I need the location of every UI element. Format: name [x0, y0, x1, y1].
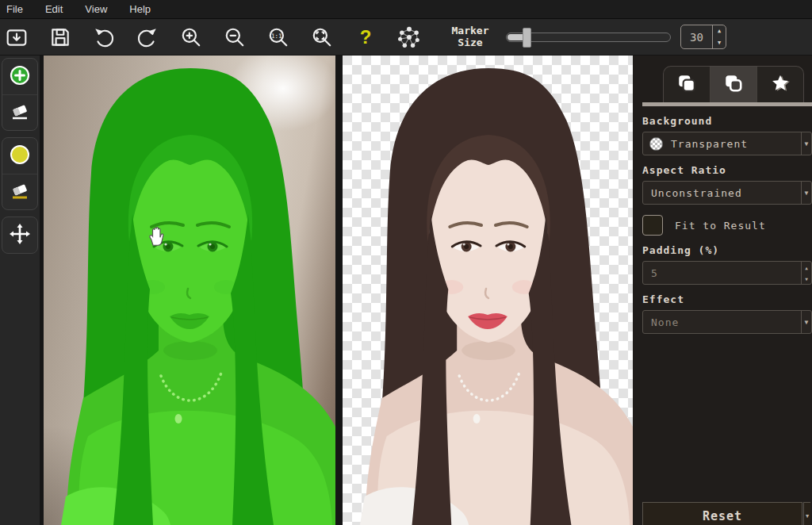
padding-spinner: ▲ ▼ [642, 261, 812, 285]
foreground-marker-tool[interactable] [2, 59, 37, 94]
pan-tool-group [2, 217, 38, 254]
erase-background-marker-tool[interactable] [2, 174, 37, 209]
chevron-down-icon: ▼ [801, 132, 811, 155]
eraser-white-icon [9, 101, 31, 125]
layers-outline-icon [723, 73, 744, 96]
svg-text:1:1: 1:1 [271, 32, 282, 39]
toolbar: 1:1 ? Marker Size [0, 19, 812, 56]
menubar: File Edit View Help [0, 0, 812, 19]
save-button[interactable] [45, 21, 75, 53]
background-marker-tool[interactable] [2, 138, 37, 174]
green-plus-circle-icon [9, 64, 31, 89]
background-dropdown[interactable]: Transparent ▼ [642, 132, 812, 155]
panel-tabbar [663, 66, 804, 102]
zoom-in-icon [180, 26, 202, 48]
open-file-button[interactable] [2, 21, 32, 53]
transparent-checker-swatch-icon [649, 137, 663, 151]
move-arrows-icon [9, 223, 31, 247]
spinner-arrows: ▲ ▼ [712, 25, 726, 48]
cutout-subject [343, 56, 633, 525]
app-window: File Edit View Help 1:1 ? [0, 0, 812, 525]
model-button[interactable] [394, 21, 424, 53]
save-icon [49, 26, 71, 48]
padding-input[interactable] [643, 262, 801, 284]
effect-label: Effect [642, 293, 812, 305]
panel-divider [642, 102, 812, 106]
open-hand-cursor [147, 226, 166, 247]
menu-view[interactable]: View [85, 3, 107, 15]
zoom-in-button[interactable] [176, 21, 206, 53]
tab-favorites[interactable] [756, 67, 803, 102]
zoom-actual-size-button[interactable]: 1:1 [263, 21, 293, 53]
marker-size-spinner: ▲ ▼ [680, 25, 726, 49]
zoom-fit-button[interactable] [307, 21, 337, 53]
star-icon [770, 73, 791, 96]
fit-to-result-label: Fit to Result [675, 220, 766, 232]
reset-button[interactable]: Reset [642, 502, 802, 525]
mask-editor-image[interactable] [44, 56, 335, 525]
undo-icon [93, 26, 115, 48]
fit-to-result-checkbox[interactable] [642, 215, 663, 236]
green-masked-subject [44, 56, 335, 525]
result-image[interactable] [343, 56, 633, 525]
background-label: Background [642, 115, 812, 127]
foreground-tool-group [2, 58, 38, 131]
spin-up-icon[interactable]: ▲ [802, 262, 811, 273]
open-file-icon [6, 26, 28, 48]
spin-up-icon[interactable]: ▲ [713, 25, 726, 37]
redo-button[interactable] [132, 21, 163, 53]
neural-network-icon [396, 25, 422, 50]
aspect-ratio-value: Unconstrained [643, 187, 801, 199]
menu-file[interactable]: File [6, 3, 23, 15]
help-button[interactable]: ? [350, 21, 381, 53]
fit-to-result-row: Fit to Result [642, 215, 812, 236]
background-tool-group [2, 137, 38, 210]
image-canvas [40, 56, 633, 525]
aspect-ratio-label: Aspect Ratio [642, 164, 812, 176]
reset-dropdown-arrow[interactable]: ▼ [803, 502, 810, 525]
chevron-down-icon: ▼ [801, 182, 811, 204]
zoom-out-icon [224, 26, 246, 48]
menu-help[interactable]: Help [129, 3, 151, 15]
effect-value: None [643, 316, 801, 328]
chevron-down-icon: ▼ [801, 311, 811, 333]
marker-size-label: Marker Size [442, 25, 498, 49]
tab-layers-outline[interactable] [710, 67, 756, 102]
background-value: Transparent [663, 138, 801, 150]
undo-button[interactable] [89, 21, 119, 53]
redo-icon [136, 26, 159, 48]
zoom-fit-icon [311, 26, 333, 48]
tool-sidebar [0, 56, 40, 525]
menu-edit[interactable]: Edit [45, 3, 63, 15]
slider-handle[interactable] [523, 28, 531, 48]
settings-panel: Background Transparent ▼ Aspect Ratio Un… [633, 56, 812, 525]
tab-layers-filled[interactable] [664, 67, 710, 102]
spin-down-icon[interactable]: ▼ [802, 273, 811, 284]
eraser-yellow-icon [9, 180, 31, 205]
padding-label: Padding (%) [642, 244, 812, 256]
layers-filled-icon [676, 73, 697, 96]
yellow-circle-icon [9, 144, 31, 168]
erase-foreground-marker-tool[interactable] [2, 94, 37, 130]
aspect-ratio-dropdown[interactable]: Unconstrained ▼ [642, 181, 812, 205]
marker-size-input[interactable] [681, 25, 712, 48]
question-mark-icon: ? [360, 28, 372, 47]
marker-size-slider[interactable] [506, 33, 671, 42]
zoom-1-1-icon: 1:1 [267, 26, 289, 48]
padding-spinner-arrows: ▲ ▼ [801, 262, 811, 284]
pan-tool[interactable] [2, 217, 37, 253]
effect-dropdown[interactable]: None ▼ [642, 310, 812, 334]
spin-down-icon[interactable]: ▼ [713, 37, 726, 49]
zoom-out-button[interactable] [220, 21, 250, 53]
